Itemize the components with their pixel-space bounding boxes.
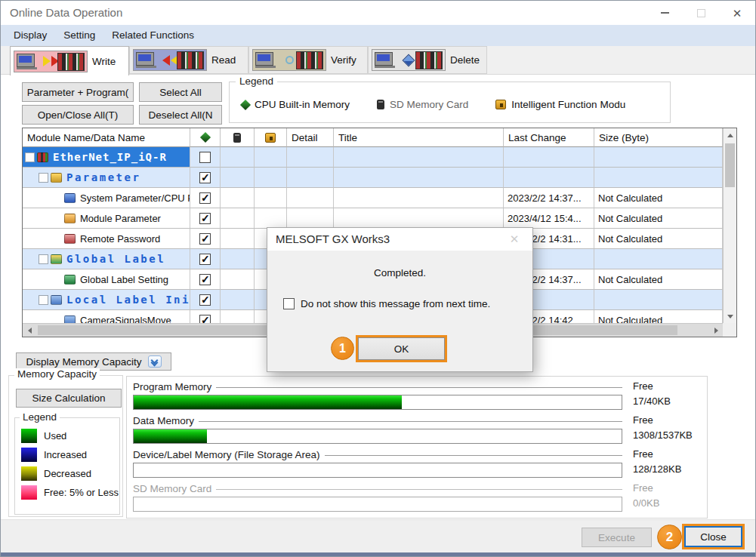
parameter-program-button[interactable]: Parameter + Program( [22, 82, 134, 102]
row-name: Module Parameter [80, 213, 161, 224]
row-name: EtherNet_IP_iQ-R [53, 151, 167, 163]
dialog-close-button[interactable] [504, 231, 525, 248]
close-window-button[interactable] [719, 1, 755, 25]
memory-usage-bar [133, 395, 622, 410]
row-last-change [504, 147, 594, 168]
window-title: Online Data Operation [10, 6, 122, 19]
scrollbar-corner [723, 323, 736, 337]
free-value: 1308/1537KB [633, 430, 702, 441]
increased-swatch [21, 448, 37, 462]
annotation-circle-2: 2 [657, 525, 682, 549]
tree-expander[interactable] [39, 254, 48, 264]
select-all-button[interactable]: Select All [139, 82, 222, 102]
table-row[interactable]: EtherNet_IP_iQ-R [23, 147, 723, 168]
header-size[interactable]: Size (Byte) [594, 128, 723, 147]
row-size: Not Calculated [594, 229, 723, 249]
row-checkbox[interactable] [199, 274, 211, 285]
header-module-name[interactable]: Module Name/Data Name [23, 128, 190, 147]
online-data-operation-window: Online Data Operation DisplaySettingRela… [0, 0, 756, 557]
row-name: Local Label Initial ... [66, 294, 190, 306]
scroll-right-arrow[interactable] [709, 324, 723, 337]
scroll-down-arrow[interactable] [724, 309, 737, 323]
size-calculation-button[interactable]: Size Calculation [16, 389, 122, 408]
taskbar-strip [1, 552, 755, 556]
tree-expander[interactable] [39, 295, 48, 305]
row-name: Remote Password [80, 233, 160, 245]
program-data-icon [64, 315, 76, 324]
open-close-all-button[interactable]: Open/Close All(T) [22, 105, 134, 125]
intelligent-function-module-icon [265, 133, 276, 143]
row-checkbox[interactable] [199, 152, 211, 163]
row-checkbox[interactable] [199, 192, 211, 204]
memory-legend-box: Legend Used Increased Decreased Free: 5%… [14, 417, 120, 515]
row-checkbox[interactable] [199, 254, 211, 265]
header-intelligent-module[interactable] [255, 128, 287, 147]
toolbar-tab-delete[interactable]: Delete [368, 46, 487, 74]
system-parameter-icon [64, 193, 76, 203]
table-row[interactable]: Parameter [23, 168, 723, 188]
header-detail[interactable]: Detail [287, 128, 334, 147]
row-checkbox[interactable] [199, 315, 211, 324]
toolbar-tab-read[interactable]: Read [129, 46, 248, 74]
dialog-title-bar: MELSOFT GX Works3 [267, 228, 532, 251]
menu-bar: DisplaySettingRelated Functions [1, 25, 755, 46]
do-not-show-label: Do not show this message from next time. [301, 298, 490, 309]
memory-legend-items: Used Increased Decreased Free: 5% or Les… [21, 429, 119, 500]
memory-bar-label: Data Memory [133, 415, 194, 426]
memory-usage-bar [133, 429, 622, 444]
header-last-change[interactable]: Last Change [504, 128, 594, 147]
row-checkbox[interactable] [199, 213, 211, 224]
header-title[interactable]: Title [334, 128, 504, 147]
toolbar-tab-write[interactable]: Write [10, 46, 129, 75]
free-value: 17/40KB [633, 396, 702, 407]
do-not-show-checkbox[interactable] [283, 298, 295, 309]
execute-button[interactable]: Execute [582, 528, 652, 547]
menu-item-related-functions[interactable]: Related Functions [103, 25, 202, 46]
tree-expander[interactable] [39, 173, 48, 183]
toolbar-tabs: Write Read Verify Delete [10, 46, 487, 75]
used-swatch [21, 429, 37, 443]
table-row[interactable]: System Parameter/CPU Para... 2023/2/2 14… [23, 188, 723, 208]
menu-item-display[interactable]: Display [5, 25, 55, 46]
footer-bar: Execute Close [1, 519, 755, 554]
legend-items: CPU Built-in Memory SD Memory Card Intel… [242, 99, 625, 110]
parameter-folder-icon [51, 173, 62, 183]
annotation-circle-1: 1 [331, 337, 354, 360]
toolbar-tab-verify[interactable]: Verify [248, 46, 368, 74]
deselect-all-button[interactable]: Deselect All(N [139, 105, 222, 125]
header-cpu-memory[interactable] [190, 128, 221, 147]
decreased-swatch [21, 466, 37, 481]
cpu-built-in-memory-icon [240, 99, 251, 109]
row-checkbox[interactable] [199, 233, 211, 245]
plc-rack-icon [296, 51, 323, 69]
eraser-icon [403, 54, 415, 66]
scroll-left-arrow[interactable] [23, 324, 36, 337]
module-parameter-icon [64, 214, 76, 223]
row-checkbox[interactable] [199, 294, 211, 306]
tree-expander[interactable] [25, 152, 35, 162]
row-last-change: 2023/4/12 15:4... [504, 208, 594, 229]
memory-capacity-label: Memory Capacity [14, 368, 100, 380]
global-label-folder-icon [51, 254, 62, 264]
minimize-button[interactable] [646, 1, 683, 25]
menu-item-setting[interactable]: Setting [55, 25, 103, 46]
read-from-plc-icon [133, 49, 207, 71]
scroll-up-arrow[interactable] [724, 128, 737, 142]
computer-icon [255, 52, 273, 66]
table-row[interactable]: Module Parameter 2023/4/12 15:4... Not C… [23, 208, 723, 229]
row-checkbox[interactable] [199, 172, 211, 183]
close-button[interactable]: Close [684, 526, 742, 547]
computer-icon [136, 52, 154, 66]
header-sd-card[interactable] [221, 128, 255, 147]
legend-item: SD Memory Card [377, 99, 468, 110]
tab-label: Verify [331, 54, 356, 66]
verify-with-plc-icon [252, 49, 326, 71]
ok-button[interactable]: OK [358, 337, 445, 360]
maximize-button[interactable] [683, 1, 719, 25]
row-size [594, 249, 723, 269]
vertical-scroll-thumb[interactable] [725, 143, 735, 187]
table-header: Module Name/Data Name Detail Title Last … [23, 128, 723, 147]
row-size: Not Calculated [594, 269, 723, 290]
chevron-double-down-icon [148, 355, 162, 368]
tab-label: Write [92, 56, 116, 67]
